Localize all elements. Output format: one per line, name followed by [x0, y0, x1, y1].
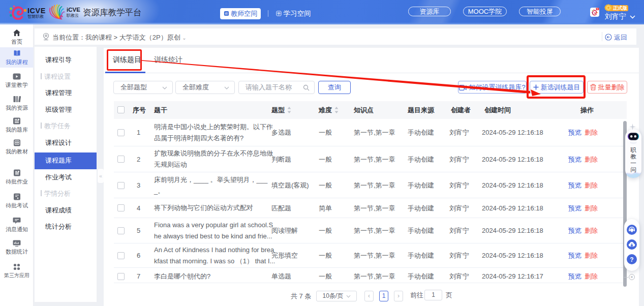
svg-text:学: 学	[277, 12, 281, 15]
svg-text:师: 师	[225, 12, 228, 15]
svg-text:?: ?	[630, 256, 633, 263]
